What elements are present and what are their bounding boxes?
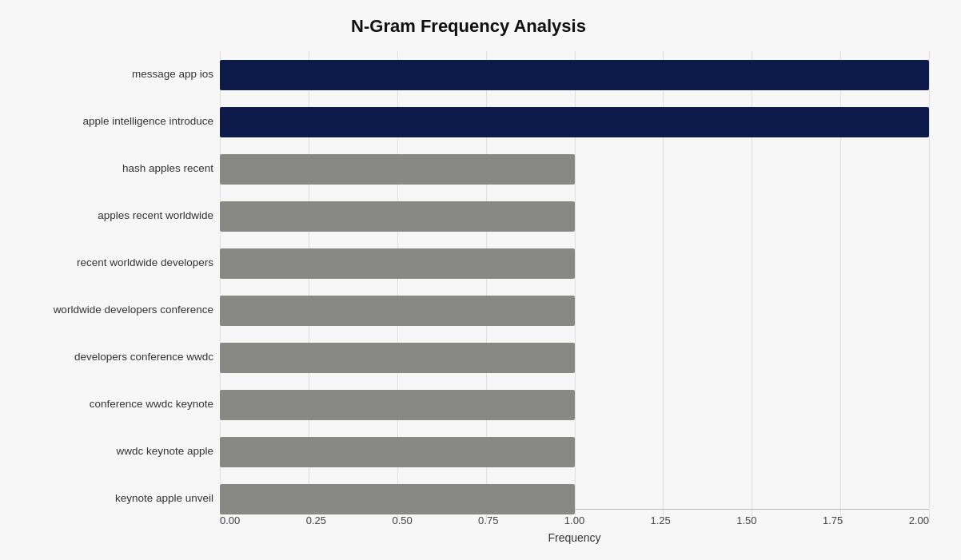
- y-label: recent worldwide developers: [8, 240, 213, 286]
- y-label: worldwide developers conference: [8, 288, 213, 333]
- bar: [220, 248, 575, 279]
- x-axis-label: Frequency: [220, 531, 929, 544]
- bar: [220, 60, 929, 90]
- bar-row: [220, 52, 929, 97]
- y-label: developers conference wwdc: [8, 335, 213, 380]
- bar: [220, 201, 575, 232]
- bar: [220, 484, 575, 514]
- bar-row: [220, 476, 929, 522]
- bar-row: [220, 193, 929, 239]
- chart-title: N-Gram Frequency Analysis: [8, 16, 929, 37]
- bar: [220, 343, 575, 373]
- y-axis-labels: message app iosapple intelligence introd…: [8, 51, 220, 522]
- bar: [220, 390, 575, 420]
- bar-row: [220, 99, 929, 145]
- bar-row: [220, 335, 929, 380]
- grid-line: [929, 51, 930, 522]
- y-label: apples recent worldwide: [8, 193, 213, 239]
- bar-row: [220, 382, 929, 427]
- bar: [220, 296, 575, 326]
- bar: [220, 437, 575, 467]
- bar: [220, 107, 929, 137]
- y-label: wwdc keynote apple: [8, 429, 213, 475]
- y-label: keynote apple unveil: [8, 476, 213, 522]
- bar-row: [220, 146, 929, 192]
- y-label: conference wwdc keynote: [8, 382, 213, 427]
- bar: [220, 154, 575, 185]
- y-label: message app ios: [8, 52, 213, 97]
- bar-row: [220, 240, 929, 286]
- chart-container: N-Gram Frequency Analysis message app io…: [0, 0, 961, 560]
- y-label: apple intelligence introduce: [8, 99, 213, 145]
- bar-row: [220, 288, 929, 333]
- bars-area: [220, 51, 929, 522]
- y-label: hash apples recent: [8, 146, 213, 192]
- bar-row: [220, 429, 929, 475]
